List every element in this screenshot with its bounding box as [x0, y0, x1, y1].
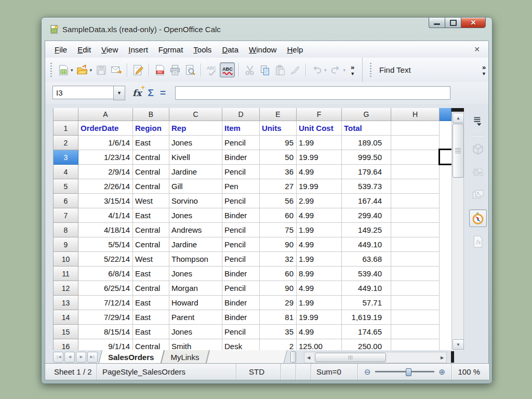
cell[interactable]: West: [133, 194, 169, 208]
horizontal-scroll-thumb[interactable]: [315, 353, 386, 362]
cell[interactable]: 7/29/14: [78, 310, 133, 325]
cell[interactable]: Smith: [169, 339, 222, 351]
cell[interactable]: [391, 325, 440, 339]
cell[interactable]: Pencil: [222, 237, 260, 252]
column-header-A[interactable]: A: [78, 108, 133, 121]
cell[interactable]: Binder: [222, 208, 260, 223]
cell[interactable]: 8.99: [297, 267, 342, 281]
page-preview-icon[interactable]: [183, 63, 197, 77]
menu-item-view[interactable]: View: [96, 43, 123, 56]
cell[interactable]: Central: [133, 150, 169, 165]
redo-icon[interactable]: [329, 63, 343, 77]
row-header-7[interactable]: 7: [54, 208, 78, 223]
menu-item-file[interactable]: File: [49, 43, 72, 56]
print-icon[interactable]: [168, 63, 182, 77]
formula-fx-icon[interactable]: fx: [470, 233, 486, 250]
column-header-G[interactable]: G: [342, 108, 391, 121]
cell[interactable]: Central: [133, 179, 169, 194]
row-header-8[interactable]: 8: [54, 223, 78, 237]
gallery-icon[interactable]: [470, 187, 486, 203]
cell[interactable]: 1/23/14: [78, 150, 133, 165]
cell[interactable]: Desk: [222, 339, 260, 351]
cell[interactable]: 5/22/14: [78, 252, 133, 267]
close-button[interactable]: ✕: [461, 18, 486, 28]
row-header-16[interactable]: 16: [54, 339, 78, 351]
cell[interactable]: Morgan: [169, 281, 222, 296]
minimize-button[interactable]: [429, 18, 445, 28]
cell[interactable]: Rep: [169, 121, 222, 136]
menu-item-tools[interactable]: Tools: [188, 43, 217, 56]
previous-sheet-icon[interactable]: ◀: [64, 352, 75, 363]
row-header-12[interactable]: 12: [54, 281, 78, 296]
column-header-I[interactable]: [440, 108, 451, 121]
menu-item-window[interactable]: Window: [244, 43, 282, 56]
cell[interactable]: 36: [260, 165, 297, 179]
cell[interactable]: Central: [133, 339, 169, 351]
copy-icon[interactable]: [258, 63, 272, 77]
cell[interactable]: 60: [260, 267, 297, 281]
row-header-14[interactable]: 14: [54, 310, 78, 325]
vertical-scrollbar[interactable]: ▲ ▼: [451, 108, 464, 351]
row-header-6[interactable]: 6: [54, 194, 78, 208]
sum-display[interactable]: Sum=0: [311, 364, 358, 380]
row-header-2[interactable]: 2: [54, 136, 78, 150]
name-box-dropdown-icon[interactable]: ▼: [113, 86, 125, 100]
cell[interactable]: 174.65: [342, 325, 391, 339]
spellcheck-icon[interactable]: ABC: [205, 63, 219, 77]
row-header-11[interactable]: 11: [54, 267, 78, 281]
row-header-15[interactable]: 15: [54, 325, 78, 339]
cell[interactable]: Jones: [169, 208, 222, 223]
cell[interactable]: Pencil: [222, 325, 260, 339]
cell[interactable]: 449.10: [342, 281, 391, 296]
restore-button[interactable]: [445, 18, 461, 28]
cell[interactable]: Thompson: [169, 252, 222, 267]
cell[interactable]: Central: [133, 223, 169, 237]
cell[interactable]: 6/25/14: [78, 281, 133, 296]
cell[interactable]: Andrews: [169, 223, 222, 237]
scroll-down-icon[interactable]: ▼: [453, 339, 464, 350]
cell[interactable]: 4.99: [297, 325, 342, 339]
paste-icon[interactable]: [273, 63, 287, 77]
send-email-icon[interactable]: [109, 63, 123, 77]
undo-dropdown-icon[interactable]: ▾: [324, 68, 327, 73]
column-header-D[interactable]: D: [222, 108, 260, 121]
cell[interactable]: 149.25: [342, 223, 391, 237]
tab-scrollbar-splitter[interactable]: [290, 351, 296, 363]
column-header-F[interactable]: F: [297, 108, 342, 121]
cell[interactable]: Central: [133, 237, 169, 252]
cell[interactable]: Parent: [169, 310, 222, 325]
navigator-compass-icon[interactable]: N: [469, 209, 487, 227]
cell[interactable]: [391, 252, 440, 267]
cell[interactable]: 4.99: [297, 165, 342, 179]
zoom-in-icon[interactable]: ⊕: [438, 368, 445, 376]
cell[interactable]: 90: [260, 237, 297, 252]
open-folder-icon[interactable]: [75, 63, 89, 77]
cell[interactable]: West: [133, 252, 169, 267]
open-folder-dropdown-icon[interactable]: ▾: [90, 68, 92, 73]
cell[interactable]: Pencil: [222, 281, 260, 296]
cell[interactable]: East: [133, 325, 169, 339]
cell[interactable]: 1.99: [297, 136, 342, 150]
cell[interactable]: Jardine: [169, 237, 222, 252]
document-close-icon[interactable]: ✕: [470, 45, 484, 54]
cell[interactable]: Central: [133, 281, 169, 296]
cell[interactable]: 2/26/14: [78, 179, 133, 194]
toolbar-overflow-button[interactable]: » ▼: [350, 64, 355, 76]
cell[interactable]: [391, 237, 440, 252]
cell[interactable]: 539.40: [342, 267, 391, 281]
cell[interactable]: Howard: [169, 296, 222, 310]
cell[interactable]: Central: [133, 165, 169, 179]
cell[interactable]: 1.99: [297, 296, 342, 310]
cell[interactable]: Pencil: [222, 252, 260, 267]
cell[interactable]: 19.99: [297, 179, 342, 194]
formula-input[interactable]: [175, 86, 450, 100]
cell[interactable]: 50: [260, 150, 297, 165]
menu-item-help[interactable]: Help: [282, 43, 308, 56]
column-header-E[interactable]: E: [260, 108, 297, 121]
cell[interactable]: 1.99: [297, 223, 342, 237]
cell[interactable]: Pencil: [222, 136, 260, 150]
cell[interactable]: 75: [260, 223, 297, 237]
column-header-C[interactable]: C: [169, 108, 222, 121]
cell[interactable]: 27: [260, 179, 297, 194]
cell[interactable]: Binder: [222, 310, 260, 325]
